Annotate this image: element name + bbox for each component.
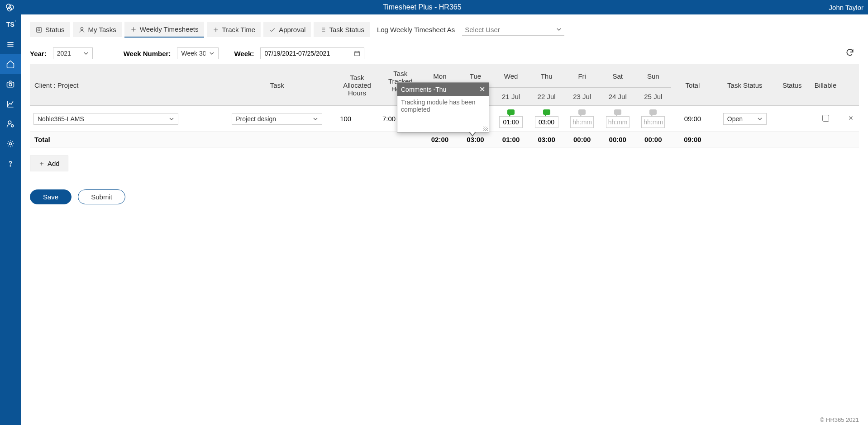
- tab-approval[interactable]: Approval: [263, 22, 311, 37]
- comment-icon[interactable]: [649, 109, 657, 115]
- resize-handle-icon[interactable]: [483, 127, 488, 131]
- person-icon: [78, 26, 86, 33]
- week-range-input[interactable]: [260, 47, 364, 59]
- tab-my-tasks[interactable]: My Tasks: [73, 22, 122, 37]
- svg-rect-3: [7, 82, 14, 87]
- log-as-label: Log Weekly Timesheet As: [377, 26, 455, 33]
- col-task: Task: [219, 65, 335, 106]
- comment-icon[interactable]: [507, 109, 515, 115]
- user-settings-icon[interactable]: [0, 114, 21, 134]
- action-row: Save Submit: [21, 171, 868, 222]
- total-sun: 00:00: [635, 132, 671, 147]
- tab-weekly-timesheets[interactable]: Weekly Timesheets: [124, 22, 204, 38]
- close-icon[interactable]: [848, 115, 854, 123]
- svg-rect-12: [355, 52, 360, 56]
- footer-copyright: © HR365 2021: [820, 416, 859, 423]
- col-sun: Sun: [635, 65, 671, 88]
- filters-row: Year: Week Number: Week:: [21, 41, 868, 65]
- billable-checkbox[interactable]: [822, 115, 829, 122]
- total-sat: 00:00: [600, 132, 635, 147]
- total-label: Total: [30, 132, 219, 147]
- popover-title: Comments -Thu: [401, 86, 446, 93]
- tab-my-tasks-label: My Tasks: [88, 26, 116, 33]
- popover-header: Comments -Thu ✕: [397, 83, 489, 96]
- list-icon: [319, 26, 326, 33]
- side-nav: TS+: [0, 14, 21, 425]
- app-header: Timesheet Plus - HR365 John Taylor: [0, 0, 868, 14]
- week-number-label: Week Number:: [124, 50, 171, 57]
- comment-icon[interactable]: [543, 109, 550, 115]
- help-icon[interactable]: [0, 154, 21, 174]
- status-icon: [35, 26, 43, 33]
- hours-sun-input[interactable]: [641, 116, 665, 128]
- plus-icon: [38, 161, 45, 167]
- date-sat: 24 Jul: [600, 88, 635, 106]
- hours-sat-input[interactable]: [606, 116, 630, 128]
- app-title: Timesheet Plus - HR365: [15, 3, 829, 11]
- status-cell: [775, 106, 809, 132]
- comment-icon[interactable]: [614, 109, 621, 115]
- task-status-select[interactable]: [723, 113, 767, 125]
- comment-icon[interactable]: [578, 109, 586, 115]
- app-logo-icon[interactable]: TS+: [0, 14, 21, 34]
- date-fri: 23 Jul: [564, 88, 600, 106]
- plus-icon: [130, 26, 137, 33]
- popover-body[interactable]: Tracking module has been completed: [397, 96, 489, 132]
- week-number-select[interactable]: [177, 47, 219, 59]
- svg-point-11: [81, 27, 83, 29]
- col-task-status: Task Status: [714, 65, 775, 106]
- refresh-icon[interactable]: [845, 48, 854, 59]
- week-label: Week:: [234, 50, 254, 57]
- col-total: Total: [671, 65, 715, 106]
- col-allocated: Task Allocated Hours: [335, 65, 379, 106]
- check-icon: [269, 26, 276, 33]
- tab-weekly-label: Weekly Timesheets: [140, 25, 199, 33]
- year-select[interactable]: [53, 47, 93, 59]
- svg-point-10: [38, 28, 40, 31]
- total-fri: 00:00: [564, 132, 600, 147]
- chart-line-icon[interactable]: [0, 94, 21, 114]
- tab-task-status[interactable]: Task Status: [314, 22, 370, 37]
- task-select[interactable]: [232, 113, 322, 125]
- total-row: Total 02:00 03:00 01:00 03:00 00:00 00:0…: [30, 132, 859, 147]
- svg-point-5: [8, 121, 11, 124]
- hours-fri-input[interactable]: [570, 116, 594, 128]
- tab-track-time[interactable]: Track Time: [207, 22, 261, 37]
- hours-thu-input[interactable]: [535, 116, 558, 128]
- year-label: Year:: [30, 50, 47, 57]
- hamburger-icon[interactable]: [0, 34, 21, 54]
- total-thu: 03:00: [529, 132, 564, 147]
- tab-status-label: Status: [45, 26, 65, 33]
- col-wed: Wed: [493, 65, 529, 88]
- total-wed: 01:00: [493, 132, 529, 147]
- tab-status[interactable]: Status: [30, 22, 70, 37]
- col-actions: [842, 65, 859, 106]
- svg-point-4: [9, 83, 12, 86]
- content-area: Status My Tasks Weekly Timesheets Track …: [21, 14, 868, 425]
- tab-track-label: Track Time: [222, 26, 256, 33]
- user-name[interactable]: John Taylor: [829, 4, 863, 11]
- home-icon[interactable]: [0, 54, 21, 74]
- date-sun: 25 Jul: [635, 88, 671, 106]
- close-icon[interactable]: ✕: [479, 85, 485, 94]
- calendar-icon[interactable]: [353, 50, 361, 59]
- comment-popover: Comments -Thu ✕ Tracking module has been…: [397, 82, 489, 132]
- date-thu: 22 Jul: [529, 88, 564, 106]
- gear-icon[interactable]: [0, 134, 21, 154]
- col-client-project: Client : Project: [30, 65, 219, 106]
- select-user-dropdown[interactable]: [462, 24, 564, 36]
- add-button[interactable]: Add: [30, 156, 68, 171]
- tab-approval-label: Approval: [279, 26, 305, 33]
- submit-button[interactable]: Submit: [78, 189, 125, 204]
- row-total-cell: 09:00: [671, 106, 715, 132]
- client-project-select[interactable]: [33, 113, 178, 125]
- svg-point-7: [10, 143, 12, 145]
- col-sat: Sat: [600, 65, 635, 88]
- col-thu: Thu: [529, 65, 564, 88]
- plus-icon: [212, 26, 219, 33]
- svg-rect-9: [37, 27, 42, 32]
- camera-icon[interactable]: [0, 74, 21, 94]
- col-billable: Billable: [809, 65, 842, 106]
- save-button[interactable]: Save: [30, 189, 72, 204]
- hours-wed-input[interactable]: [499, 116, 523, 128]
